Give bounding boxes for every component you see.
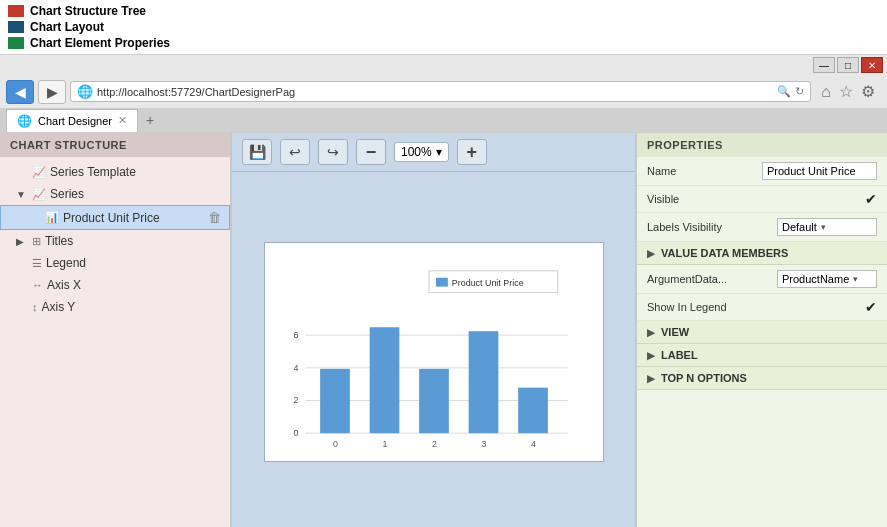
svg-text:0: 0 xyxy=(293,428,298,438)
axis-y-icon: ↕ xyxy=(32,301,38,313)
tab-title: Chart Designer xyxy=(38,115,112,127)
series-label: Series xyxy=(50,187,222,201)
svg-text:Product Unit Price: Product Unit Price xyxy=(451,278,523,288)
zoom-out-button[interactable]: − xyxy=(356,139,386,165)
section-value-label: VALUE DATA MEMBERS xyxy=(661,247,788,259)
restore-button[interactable]: □ xyxy=(837,57,859,73)
browser-chrome: — □ ✕ ◀ ▶ 🌐 http://localhost:57729/Chart… xyxy=(0,55,887,133)
section-value-arrow: ▶ xyxy=(647,248,655,259)
section-value-data-members[interactable]: ▶ VALUE DATA MEMBERS xyxy=(637,242,887,265)
close-button[interactable]: ✕ xyxy=(861,57,883,73)
expand-axis-x xyxy=(16,280,28,291)
tree-item-titles[interactable]: ▶ ⊞ Titles xyxy=(0,230,230,252)
expand-series[interactable]: ▼ xyxy=(16,189,28,200)
name-input[interactable] xyxy=(762,162,877,180)
axis-y-label: Axis Y xyxy=(42,300,223,314)
chart-svg: 0 2 4 6 xyxy=(275,253,593,451)
svg-text:0: 0 xyxy=(333,439,338,449)
back-button[interactable]: ◀ xyxy=(6,80,34,104)
svg-text:2: 2 xyxy=(432,439,437,449)
series-icon: 📈 xyxy=(32,188,46,201)
titles-icon: ⊞ xyxy=(32,235,41,248)
redo-button[interactable]: ↪ xyxy=(318,139,348,165)
favorites-icon[interactable]: ☆ xyxy=(839,82,853,101)
chart-structure-title: CHART STRUCTURE xyxy=(0,133,230,157)
axis-x-label: Axis X xyxy=(47,278,222,292)
refresh-icon[interactable]: ↻ xyxy=(795,85,804,98)
expand-legend xyxy=(16,258,28,269)
svg-rect-11 xyxy=(468,331,498,433)
tab-close-icon[interactable]: ✕ xyxy=(118,114,127,127)
labels-visibility-arrow: ▾ xyxy=(821,222,826,232)
show-in-legend-label: Show In Legend xyxy=(647,301,859,313)
prop-row-show-in-legend: Show In Legend ✔ xyxy=(637,294,887,321)
section-view[interactable]: ▶ VIEW xyxy=(637,321,887,344)
chart-container: 0 2 4 6 xyxy=(264,242,604,462)
expand-axis-y xyxy=(16,302,28,313)
legend-color-chart-layout xyxy=(8,21,24,33)
settings-icon[interactable]: ⚙ xyxy=(861,82,875,101)
minimize-button[interactable]: — xyxy=(813,57,835,73)
undo-button[interactable]: ↩ xyxy=(280,139,310,165)
svg-text:1: 1 xyxy=(382,439,387,449)
svg-text:4: 4 xyxy=(531,439,536,449)
tree-item-axis-x[interactable]: ↔ Axis X xyxy=(0,274,230,296)
legend-label: Legend xyxy=(46,256,222,270)
visible-label: Visible xyxy=(647,193,859,205)
browser-toolbar-icons: ⌂ ☆ ⚙ xyxy=(815,78,881,105)
home-icon[interactable]: ⌂ xyxy=(821,83,831,101)
legend-item-chart-layout: Chart Layout xyxy=(8,20,879,34)
section-label-label: LABEL xyxy=(661,349,698,361)
tree-item-product-unit-price[interactable]: 📊 Product Unit Price 🗑 xyxy=(0,205,230,230)
prop-row-argument-data: ArgumentData... ProductName ▾ xyxy=(637,265,887,294)
legend-color-chart-structure-tree xyxy=(8,5,24,17)
tree-item-axis-y[interactable]: ↕ Axis Y xyxy=(0,296,230,318)
tab-ie-icon: 🌐 xyxy=(17,114,32,128)
series-template-icon: 📈 xyxy=(32,166,46,179)
legend-bar: Chart Structure Tree Chart Layout Chart … xyxy=(0,0,887,55)
svg-rect-19 xyxy=(435,278,447,287)
tab-chart-designer[interactable]: 🌐 Chart Designer ✕ xyxy=(6,109,138,132)
search-icon[interactable]: 🔍 xyxy=(777,85,791,98)
section-label-arrow: ▶ xyxy=(647,350,655,361)
tree-item-legend[interactable]: ☰ Legend xyxy=(0,252,230,274)
visible-checkmark[interactable]: ✔ xyxy=(865,191,877,207)
chart-toolbar: 💾 ↩ ↪ − 100% ▾ + xyxy=(232,133,635,172)
svg-rect-8 xyxy=(320,369,350,433)
left-panel: CHART STRUCTURE 📈 Series Template ▼ 📈 Se… xyxy=(0,133,232,527)
legend-icon: ☰ xyxy=(32,257,42,270)
tree-item-series[interactable]: ▼ 📈 Series xyxy=(0,183,230,205)
legend-label-chart-structure-tree: Chart Structure Tree xyxy=(30,4,146,18)
tree-item-series-template[interactable]: 📈 Series Template xyxy=(0,161,230,183)
chart-area: 0 2 4 6 xyxy=(232,172,635,527)
series-template-label: Series Template xyxy=(50,165,222,179)
section-top-n-label: TOP N OPTIONS xyxy=(661,372,747,384)
svg-text:2: 2 xyxy=(293,395,298,405)
zoom-value: 100% xyxy=(401,145,432,159)
expand-series-template xyxy=(16,167,28,178)
forward-button[interactable]: ▶ xyxy=(38,80,66,104)
labels-visibility-value: Default xyxy=(782,221,817,233)
argument-data-arrow: ▾ xyxy=(853,274,858,284)
show-in-legend-checkmark[interactable]: ✔ xyxy=(865,299,877,315)
section-top-n-options[interactable]: ▶ TOP N OPTIONS xyxy=(637,367,887,390)
tab-bar: 🌐 Chart Designer ✕ + xyxy=(0,108,887,132)
labels-visibility-dropdown[interactable]: Default ▾ xyxy=(777,218,877,236)
delete-series-button[interactable]: 🗑 xyxy=(208,210,221,225)
svg-text:4: 4 xyxy=(293,363,298,373)
axis-x-icon: ↔ xyxy=(32,279,43,291)
address-bar[interactable]: 🌐 http://localhost:57729/ChartDesignerPa… xyxy=(70,81,811,102)
zoom-select[interactable]: 100% ▾ xyxy=(394,142,449,162)
argument-data-value: ProductName xyxy=(782,273,849,285)
section-label[interactable]: ▶ LABEL xyxy=(637,344,887,367)
expand-product-unit-price xyxy=(29,212,41,223)
legend-label-chart-layout: Chart Layout xyxy=(30,20,104,34)
save-button[interactable]: 💾 xyxy=(242,139,272,165)
legend-color-chart-element-properies xyxy=(8,37,24,49)
product-unit-price-label: Product Unit Price xyxy=(63,211,204,225)
ie-icon: 🌐 xyxy=(77,84,93,99)
argument-data-dropdown[interactable]: ProductName ▾ xyxy=(777,270,877,288)
expand-titles[interactable]: ▶ xyxy=(16,236,28,247)
zoom-in-button[interactable]: + xyxy=(457,139,487,165)
new-tab-button[interactable]: + xyxy=(138,108,162,132)
